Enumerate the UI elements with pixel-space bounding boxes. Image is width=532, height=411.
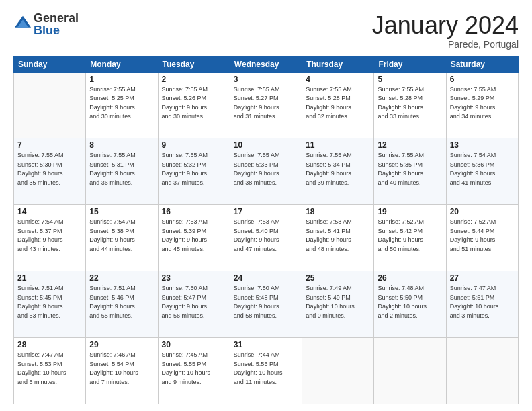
day-info: Sunrise: 7:53 AMSunset: 5:40 PMDaylight:…	[234, 218, 298, 254]
week-row-5: 28Sunrise: 7:47 AMSunset: 5:53 PMDayligh…	[14, 338, 519, 404]
day-info: Sunrise: 7:55 AMSunset: 5:33 PMDaylight:…	[234, 151, 298, 187]
logo-text: General Blue	[34, 12, 79, 36]
day-number: 27	[450, 273, 515, 283]
day-number: 14	[17, 207, 82, 216]
calendar-cell: 3Sunrise: 7:55 AMSunset: 5:27 PMDaylight…	[230, 72, 302, 138]
day-number: 7	[17, 140, 82, 150]
day-number: 2	[162, 75, 226, 84]
day-number: 4	[306, 75, 370, 84]
col-header-sunday: Sunday	[14, 56, 86, 72]
calendar-cell	[374, 338, 446, 404]
calendar-cell: 4Sunrise: 7:55 AMSunset: 5:28 PMDaylight…	[302, 72, 374, 138]
calendar-cell	[14, 72, 86, 138]
day-number: 13	[450, 140, 515, 150]
calendar-cell: 5Sunrise: 7:55 AMSunset: 5:28 PMDaylight…	[374, 72, 446, 138]
day-number: 29	[89, 340, 154, 349]
calendar-cell: 31Sunrise: 7:44 AMSunset: 5:56 PMDayligh…	[230, 338, 302, 404]
day-number: 30	[162, 340, 226, 349]
calendar-cell: 16Sunrise: 7:53 AMSunset: 5:39 PMDayligh…	[158, 205, 230, 271]
week-row-2: 7Sunrise: 7:55 AMSunset: 5:30 PMDaylight…	[14, 138, 519, 205]
logo-general: General	[34, 12, 79, 24]
day-number: 3	[234, 75, 298, 84]
calendar-cell	[302, 338, 374, 404]
calendar-cell: 8Sunrise: 7:55 AMSunset: 5:31 PMDaylight…	[86, 138, 158, 205]
calendar-cell: 20Sunrise: 7:52 AMSunset: 5:44 PMDayligh…	[446, 205, 518, 271]
calendar-cell: 11Sunrise: 7:55 AMSunset: 5:34 PMDayligh…	[302, 138, 374, 205]
day-info: Sunrise: 7:44 AMSunset: 5:56 PMDaylight:…	[234, 351, 298, 387]
day-info: Sunrise: 7:55 AMSunset: 5:29 PMDaylight:…	[450, 85, 515, 122]
day-number: 24	[234, 273, 298, 283]
day-number: 6	[450, 75, 515, 84]
week-row-1: 1Sunrise: 7:55 AMSunset: 5:25 PMDaylight…	[14, 72, 519, 138]
calendar-cell: 9Sunrise: 7:55 AMSunset: 5:32 PMDaylight…	[158, 138, 230, 205]
location: Parede, Portugal	[372, 39, 519, 50]
day-number: 10	[234, 140, 298, 150]
calendar-cell: 15Sunrise: 7:54 AMSunset: 5:38 PMDayligh…	[86, 205, 158, 271]
col-header-friday: Friday	[374, 56, 446, 72]
calendar-cell: 12Sunrise: 7:55 AMSunset: 5:35 PMDayligh…	[374, 138, 446, 205]
day-info: Sunrise: 7:47 AMSunset: 5:51 PMDaylight:…	[450, 284, 515, 320]
day-number: 19	[378, 207, 442, 216]
calendar-cell: 30Sunrise: 7:45 AMSunset: 5:55 PMDayligh…	[158, 338, 230, 404]
day-info: Sunrise: 7:55 AMSunset: 5:28 PMDaylight:…	[306, 85, 370, 122]
calendar-cell: 7Sunrise: 7:55 AMSunset: 5:30 PMDaylight…	[14, 138, 86, 205]
month-title: January 2024	[372, 12, 519, 39]
calendar-cell: 25Sunrise: 7:49 AMSunset: 5:49 PMDayligh…	[302, 271, 374, 338]
day-info: Sunrise: 7:52 AMSunset: 5:42 PMDaylight:…	[378, 218, 442, 254]
day-info: Sunrise: 7:54 AMSunset: 5:37 PMDaylight:…	[17, 218, 82, 254]
day-number: 17	[234, 207, 298, 216]
col-header-wednesday: Wednesday	[230, 56, 302, 72]
logo: General Blue	[13, 12, 79, 36]
day-number: 21	[17, 273, 82, 283]
day-number: 20	[450, 207, 515, 216]
week-row-4: 21Sunrise: 7:51 AMSunset: 5:45 PMDayligh…	[14, 271, 519, 338]
day-info: Sunrise: 7:49 AMSunset: 5:49 PMDaylight:…	[306, 284, 370, 320]
calendar-cell: 14Sunrise: 7:54 AMSunset: 5:37 PMDayligh…	[14, 205, 86, 271]
day-info: Sunrise: 7:54 AMSunset: 5:38 PMDaylight:…	[89, 218, 154, 254]
calendar-cell: 28Sunrise: 7:47 AMSunset: 5:53 PMDayligh…	[14, 338, 86, 404]
day-info: Sunrise: 7:45 AMSunset: 5:55 PMDaylight:…	[162, 351, 226, 387]
day-info: Sunrise: 7:51 AMSunset: 5:46 PMDaylight:…	[89, 284, 154, 320]
calendar-cell: 24Sunrise: 7:50 AMSunset: 5:48 PMDayligh…	[230, 271, 302, 338]
day-info: Sunrise: 7:46 AMSunset: 5:54 PMDaylight:…	[89, 351, 154, 387]
logo-icon	[13, 15, 32, 34]
day-info: Sunrise: 7:55 AMSunset: 5:31 PMDaylight:…	[89, 151, 154, 187]
calendar-header-row: SundayMondayTuesdayWednesdayThursdayFrid…	[14, 56, 519, 72]
day-number: 1	[89, 75, 154, 84]
calendar-cell: 27Sunrise: 7:47 AMSunset: 5:51 PMDayligh…	[446, 271, 518, 338]
calendar-cell: 23Sunrise: 7:50 AMSunset: 5:47 PMDayligh…	[158, 271, 230, 338]
day-number: 15	[89, 207, 154, 216]
day-number: 28	[17, 340, 82, 349]
day-number: 11	[306, 140, 370, 150]
col-header-saturday: Saturday	[446, 56, 518, 72]
col-header-tuesday: Tuesday	[158, 56, 230, 72]
day-info: Sunrise: 7:50 AMSunset: 5:47 PMDaylight:…	[162, 284, 226, 320]
title-block: January 2024 Parede, Portugal	[372, 12, 519, 50]
day-info: Sunrise: 7:47 AMSunset: 5:53 PMDaylight:…	[17, 351, 82, 387]
day-number: 22	[89, 273, 154, 283]
calendar-cell: 26Sunrise: 7:48 AMSunset: 5:50 PMDayligh…	[374, 271, 446, 338]
col-header-thursday: Thursday	[302, 56, 374, 72]
col-header-monday: Monday	[86, 56, 158, 72]
day-info: Sunrise: 7:53 AMSunset: 5:41 PMDaylight:…	[306, 218, 370, 254]
calendar-cell: 6Sunrise: 7:55 AMSunset: 5:29 PMDaylight…	[446, 72, 518, 138]
day-info: Sunrise: 7:55 AMSunset: 5:32 PMDaylight:…	[162, 151, 226, 187]
calendar-cell: 18Sunrise: 7:53 AMSunset: 5:41 PMDayligh…	[302, 205, 374, 271]
calendar-cell: 1Sunrise: 7:55 AMSunset: 5:25 PMDaylight…	[86, 72, 158, 138]
logo-blue: Blue	[34, 24, 79, 36]
day-info: Sunrise: 7:55 AMSunset: 5:35 PMDaylight:…	[378, 151, 442, 187]
calendar-cell: 2Sunrise: 7:55 AMSunset: 5:26 PMDaylight…	[158, 72, 230, 138]
calendar-cell: 17Sunrise: 7:53 AMSunset: 5:40 PMDayligh…	[230, 205, 302, 271]
day-number: 31	[234, 340, 298, 349]
day-number: 25	[306, 273, 370, 283]
day-info: Sunrise: 7:55 AMSunset: 5:26 PMDaylight:…	[162, 85, 226, 122]
day-info: Sunrise: 7:55 AMSunset: 5:27 PMDaylight:…	[234, 85, 298, 122]
day-number: 23	[162, 273, 226, 283]
calendar-cell: 29Sunrise: 7:46 AMSunset: 5:54 PMDayligh…	[86, 338, 158, 404]
day-info: Sunrise: 7:51 AMSunset: 5:45 PMDaylight:…	[17, 284, 82, 320]
day-info: Sunrise: 7:48 AMSunset: 5:50 PMDaylight:…	[378, 284, 442, 320]
calendar-cell: 22Sunrise: 7:51 AMSunset: 5:46 PMDayligh…	[86, 271, 158, 338]
day-number: 26	[378, 273, 442, 283]
day-number: 9	[162, 140, 226, 150]
calendar-body: 1Sunrise: 7:55 AMSunset: 5:25 PMDaylight…	[14, 72, 519, 404]
